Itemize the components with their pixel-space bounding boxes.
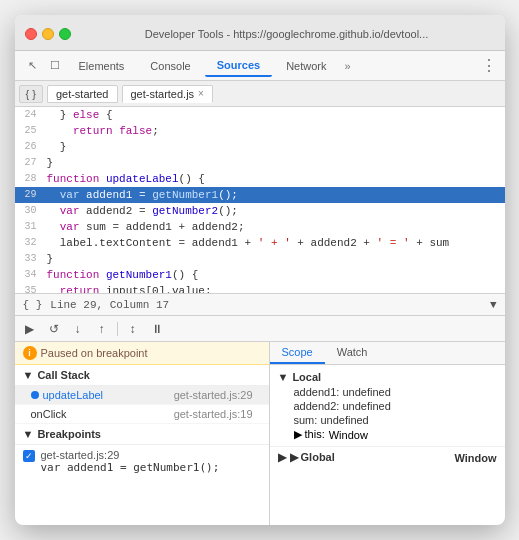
breakpoint-content: get-started.js:29 var addend1 = getNumbe…: [41, 449, 220, 474]
status-bar: { } Line 29, Column 17 ▼: [15, 293, 505, 315]
cursor-position: Line 29, Column 17: [50, 299, 169, 311]
panel-content: i Paused on breakpoint ▼ Call Stack upda…: [15, 342, 505, 525]
global-label: ▶ Global: [290, 451, 335, 464]
code-line-31: 31 var sum = addend1 + addend2;: [15, 219, 505, 235]
sidebar-toggle[interactable]: { }: [19, 85, 43, 103]
call-stack-item-1[interactable]: onClick get-started.js:19: [15, 405, 269, 424]
active-frame-indicator: [31, 391, 39, 399]
scope-this-item[interactable]: ▶ this: Window: [278, 427, 497, 442]
tabs-more[interactable]: »: [340, 60, 354, 72]
breakpoints-label: Breakpoints: [37, 428, 101, 440]
local-arrow: ▼: [278, 371, 289, 383]
window-title: Developer Tools - https://googlechrome.g…: [79, 28, 495, 40]
scope-item-addend1: addend1: undefined: [278, 385, 497, 399]
code-line-32: 32 label.textContent = addend1 + ' + ' +…: [15, 235, 505, 251]
active-file-tab[interactable]: get-started.js ×: [122, 85, 213, 103]
close-button[interactable]: [25, 28, 37, 40]
call-stack-arrow: ▼: [23, 369, 34, 381]
file-tabs: { } get-started get-started.js ×: [15, 81, 505, 107]
status-left: { }: [23, 299, 43, 311]
devtools-menu[interactable]: ⋮: [481, 56, 497, 75]
addend1-key: addend1:: [294, 386, 340, 398]
fn-name-0: updateLabel: [43, 389, 104, 401]
code-line-35: 35 return inputs[0].value;: [15, 283, 505, 293]
sum-key: sum:: [294, 414, 318, 426]
devtools-window: Developer Tools - https://googlechrome.g…: [15, 15, 505, 525]
cursor-icon[interactable]: ↖: [23, 56, 43, 76]
code-line-25: 25 return false;: [15, 123, 505, 139]
addend1-value: undefined: [342, 386, 390, 398]
step-over-button[interactable]: ↺: [45, 320, 63, 338]
toolbar-separator: [117, 322, 118, 336]
maximize-button[interactable]: [59, 28, 71, 40]
device-icon[interactable]: ☐: [45, 56, 65, 76]
code-editor: 24 } else { 25 return false; 26 } 27 } 2…: [15, 107, 505, 315]
resume-button[interactable]: ▶: [21, 320, 39, 338]
breakpoint-code: var addend1 = getNumber1();: [41, 461, 220, 474]
active-tab-label: get-started.js: [131, 88, 195, 100]
scope-item-sum: sum: undefined: [278, 413, 497, 427]
bottom-panel: ▶ ↺ ↓ ↑ ↕ ⏸ i Paused on breakpoint ▼ Cal…: [15, 315, 505, 525]
fn-name-1: onClick: [31, 408, 67, 420]
right-panel-tabs: Scope Watch: [270, 342, 505, 365]
breakpoint-file: get-started.js:29: [41, 449, 220, 461]
this-key: ▶ this:: [294, 428, 325, 441]
scope-item-addend2: addend2: undefined: [278, 399, 497, 413]
status-bar-right: ▼: [490, 299, 497, 311]
code-line-24: 24 } else {: [15, 107, 505, 123]
close-tab-button[interactable]: ×: [198, 88, 204, 99]
tab-scope[interactable]: Scope: [270, 342, 325, 364]
code-lines: 24 } else { 25 return false; 26 } 27 } 2…: [15, 107, 505, 293]
tab-watch[interactable]: Watch: [325, 342, 380, 364]
breakpoints-header[interactable]: ▼ Breakpoints: [15, 424, 269, 445]
tab-sources[interactable]: Sources: [205, 55, 272, 77]
code-line-26: 26 }: [15, 139, 505, 155]
code-line-33: 33 }: [15, 251, 505, 267]
code-line-28: 28 function updateLabel() {: [15, 171, 505, 187]
code-line-27: 27 }: [15, 155, 505, 171]
right-debug-panel: Scope Watch ▼ Local addend1: undefined a…: [270, 342, 505, 525]
sum-value: undefined: [320, 414, 368, 426]
call-stack-item-0[interactable]: updateLabel get-started.js:29: [15, 386, 269, 405]
addend2-key: addend2:: [294, 400, 340, 412]
global-arrow: ▶: [278, 451, 286, 464]
code-line-30: 30 var addend2 = getNumber2();: [15, 203, 505, 219]
inactive-file-tab[interactable]: get-started: [47, 85, 118, 103]
this-value: Window: [329, 429, 368, 441]
pause-button[interactable]: ⏸: [148, 320, 166, 338]
breakpoints-arrow: ▼: [23, 428, 34, 440]
traffic-lights: [25, 28, 71, 40]
breakpoint-status: Paused on breakpoint: [41, 347, 148, 359]
local-label: Local: [292, 371, 321, 383]
global-scope-header[interactable]: ▶ ▶ Global Window: [278, 451, 497, 464]
file-name-1: get-started.js:19: [174, 408, 253, 420]
scope-local-section: ▼ Local addend1: undefined addend2: unde…: [270, 365, 505, 446]
blackbox-button[interactable]: ↕: [124, 320, 142, 338]
local-scope-header[interactable]: ▼ Local: [278, 369, 497, 385]
breakpoint-checkbox[interactable]: ✓: [23, 450, 35, 462]
scope-global-section: ▶ ▶ Global Window: [270, 446, 505, 468]
tab-console[interactable]: Console: [138, 56, 202, 76]
title-bar: Developer Tools - https://googlechrome.g…: [15, 15, 505, 51]
tab-elements[interactable]: Elements: [67, 56, 137, 76]
code-line-29: 29 var addend1 = getNumber1();: [15, 187, 505, 203]
global-value: Window: [454, 452, 496, 464]
debug-toolbar: ▶ ↺ ↓ ↑ ↕ ⏸: [15, 316, 505, 342]
call-stack-header[interactable]: ▼ Call Stack: [15, 365, 269, 386]
tab-network[interactable]: Network: [274, 56, 338, 76]
call-stack-label: Call Stack: [37, 369, 90, 381]
step-into-button[interactable]: ↓: [69, 320, 87, 338]
inactive-tab-label: get-started: [56, 88, 109, 100]
breakpoint-item-0: ✓ get-started.js:29 var addend1 = getNum…: [15, 445, 269, 478]
step-out-button[interactable]: ↑: [93, 320, 111, 338]
main-tab-bar: ↖ ☐ Elements Console Sources Network » ⋮: [15, 51, 505, 81]
scroll-to-bottom[interactable]: ▼: [490, 299, 497, 311]
left-debug-panel: i Paused on breakpoint ▼ Call Stack upda…: [15, 342, 270, 525]
addend2-value: undefined: [342, 400, 390, 412]
file-name-0: get-started.js:29: [174, 389, 253, 401]
minimize-button[interactable]: [42, 28, 54, 40]
info-icon: i: [23, 346, 37, 360]
breakpoint-banner: i Paused on breakpoint: [15, 342, 269, 365]
code-line-34: 34 function getNumber1() {: [15, 267, 505, 283]
